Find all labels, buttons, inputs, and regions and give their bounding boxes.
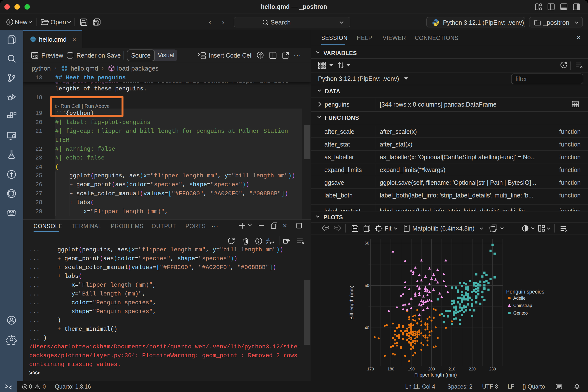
svg-text:210: 210 bbox=[448, 367, 455, 372]
svg-text:180: 180 bbox=[387, 367, 394, 372]
svg-text:Gentoo: Gentoo bbox=[513, 311, 528, 316]
svg-text:c: c bbox=[266, 241, 268, 245]
svg-text:200: 200 bbox=[428, 367, 435, 372]
svg-text:60: 60 bbox=[364, 241, 369, 246]
svg-text:Bill length (mm): Bill length (mm) bbox=[349, 286, 354, 320]
svg-text:220: 220 bbox=[469, 367, 476, 372]
svg-text:Penguin species: Penguin species bbox=[506, 289, 544, 295]
svg-text:Adelie: Adelie bbox=[513, 296, 526, 300]
svg-text:50: 50 bbox=[364, 283, 369, 288]
svg-text:Chinstrap: Chinstrap bbox=[513, 303, 532, 308]
svg-text:170: 170 bbox=[367, 367, 374, 372]
svg-text:Flipper length (mm): Flipper length (mm) bbox=[414, 372, 457, 378]
svg-text:40: 40 bbox=[364, 326, 369, 330]
svg-text:190: 190 bbox=[408, 367, 414, 372]
svg-text:230: 230 bbox=[489, 367, 496, 372]
